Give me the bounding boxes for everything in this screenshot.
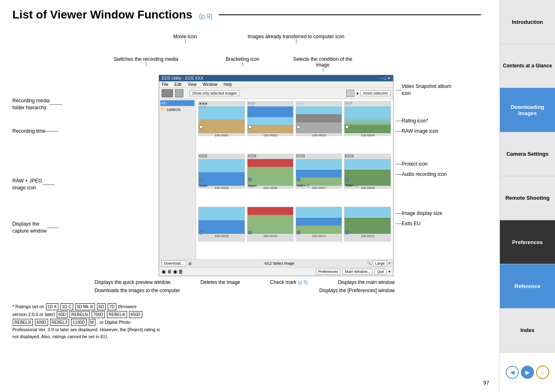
sidebar-item-downloading[interactable]: Downloading Images [500, 88, 555, 132]
thumb-11 [296, 207, 342, 234]
prev-button[interactable]: ◀ [506, 366, 519, 379]
thumb-7 [296, 159, 342, 186]
folder-icon [175, 89, 183, 97]
sidebar-item-index[interactable]: Index [500, 309, 555, 353]
large-button[interactable]: Large [373, 261, 387, 266]
raw-jpeg-icon-5: RAW≡ [199, 184, 208, 187]
movie-icon-label: Movie icon [173, 34, 197, 39]
images-grid: ▣▣▣○○○○ 100-0001 0711*○○○○ 100-0002 [196, 99, 393, 259]
window-menubar: File Edit View Window Help [159, 81, 393, 88]
badge-650d: 650D [129, 311, 142, 318]
status-right: 🔍 Large × [367, 261, 391, 266]
image-cell-10[interactable]: 100-0010 [247, 207, 294, 242]
main-diagram-row: Recording mediafolder hierarchy Recordin… [12, 75, 481, 276]
sidebar-item-introduction[interactable]: Introduction [500, 0, 555, 44]
image-display-size-label: Image display size [402, 210, 442, 216]
home-button[interactable]: ⌂ [536, 366, 549, 379]
badge-1dx: 1D X [46, 303, 58, 310]
window-toolbar: Show only selected images ▾ Invert selec… [159, 88, 393, 99]
main-window-btn[interactable]: Main Window... [342, 269, 372, 274]
checkbox-8 [345, 178, 349, 181]
sidebar-item-camera[interactable]: Camera Settings [500, 132, 555, 176]
next-button[interactable]: ▶ [521, 366, 534, 379]
window-body: All 📁 100EOS ▣▣▣○○○○ 100-000 [159, 99, 393, 259]
selects-condition-label: Selects the condition of the image [287, 56, 359, 68]
sidebar-item-contents[interactable]: Contents at a Glance [500, 44, 555, 88]
bottom-left-icons: ◉ 🖥 ◉ 🗑 [162, 269, 183, 274]
image-cell-11[interactable]: 100-0011 [296, 207, 342, 242]
image-cell-2[interactable]: 0711*○○○○ 100-0002 [247, 101, 294, 136]
invert-button[interactable]: Invert selection [361, 90, 391, 96]
image-cell-5[interactable]: RAW 100-0005 RAW≡ [198, 154, 245, 189]
preferences-btn[interactable]: Preferences [316, 269, 341, 274]
window-statusbar: Download... 🖨 6/12 Select Image 🔍 Large … [159, 259, 393, 267]
top-labels-row: Movie icon Images already transferred to… [95, 34, 395, 56]
quit-btn[interactable]: Quit [375, 269, 386, 274]
badge-6d: 6D [97, 303, 106, 310]
checkbox-4 [345, 125, 349, 129]
label-2: 100-0002 [247, 133, 293, 138]
recording-media-label: Recording mediafolder hierarchy [12, 97, 50, 111]
label-1: 100-0001 [199, 133, 244, 138]
window-titlebar: EOS Utility - EOS XXX ─ □ ✕ [159, 75, 393, 81]
rating-icon-label: Rating icon* [402, 118, 428, 124]
raw-icon-7: RAW [296, 154, 305, 157]
badge-60d: 60D [57, 311, 67, 318]
displays-quick-label: Displays the quick preview window [95, 279, 171, 285]
image-icons-4: 0117* [345, 102, 352, 105]
badge-rebel5i: REBEL5i [69, 311, 90, 318]
image-cell-12[interactable]: 100-0012 [344, 207, 391, 242]
sidebar-item-preferences[interactable]: Preferences [500, 220, 555, 264]
image-cell-8[interactable]: RAW 100-0008 RAW≡ 🎵 [344, 154, 391, 189]
right-annotations: Video Snapshot albumicon Rating icon* RA… [398, 75, 481, 276]
thumb-5 [199, 159, 244, 186]
badge-1100d: 1100D [71, 319, 86, 326]
second-labels-row: Switches the recording media Bracketing … [95, 56, 395, 75]
label-11: 100-0011 [296, 234, 342, 238]
sidebar-nav: ◀ ▶ ⌂ [500, 353, 555, 392]
label-12: 100-0012 [345, 234, 390, 238]
image-cell-9[interactable]: 100-0009 [198, 207, 245, 242]
folder-item[interactable]: 📁 100EOS [160, 107, 194, 113]
audio-recording-label: Audio recording icon [402, 171, 446, 177]
thumb-10 [247, 207, 293, 234]
sidebar-item-reference[interactable]: Reference [500, 264, 555, 308]
badge-rebel4i: REBEL4i [107, 311, 127, 318]
mock-eos-window[interactable]: EOS Utility - EOS XXX ─ □ ✕ File Edit Vi… [159, 75, 393, 276]
image-cell-3[interactable]: ○○○○ 100-0003 [296, 101, 342, 136]
all-item[interactable]: All [160, 100, 194, 106]
thumb-2 [247, 106, 293, 133]
raw-icon-8: RAW [345, 154, 353, 157]
diagram-wrapper: Movie icon Images already transferred to… [12, 34, 481, 295]
switches-recording-label: Switches the recording media [113, 56, 178, 62]
thumb-4 [345, 106, 390, 133]
label-9: 100-0009 [199, 234, 244, 238]
window-bottombar: ◉ 🖥 ◉ 🗑 Preferences Main Window... Quit … [159, 267, 393, 276]
bottom-annotations: Displays the quick preview window Delete… [95, 278, 395, 295]
footnote-line-5: not displayed. Also, ratings cannot be s… [12, 333, 481, 340]
image-cell-6[interactable]: RAW 100-0006 RAW≡ [247, 154, 294, 189]
checkbox-6 [248, 178, 252, 181]
checkbox-5 [199, 178, 203, 181]
image-cell-1[interactable]: ▣▣▣○○○○ 100-0001 [198, 101, 245, 136]
label-3: 100-0003 [296, 133, 342, 138]
main-content: List of Viewer Window Functions (p.9) Mo… [0, 0, 493, 348]
displays-preferences-label: Displays the [Preferences] window [319, 288, 395, 293]
sidebar-item-remote[interactable]: Remote Shooting [500, 176, 555, 220]
image-cell-4[interactable]: 0117* 100-0004 [344, 101, 391, 136]
show-selected-button[interactable]: Show only selected images [190, 90, 239, 96]
page-number: 97 [483, 380, 489, 386]
image-icons-3: ○○○○ [296, 102, 303, 105]
badge-1dc: 1D C [60, 303, 73, 310]
checkbox-12 [345, 231, 349, 234]
checkbox-9 [199, 231, 203, 234]
badge-600d: 600D [35, 319, 48, 326]
badge-rebel3: REBEL3 [50, 319, 69, 326]
left-annotations: Recording mediafolder hierarchy Recordin… [12, 75, 76, 276]
download-button[interactable]: Download... [162, 261, 186, 266]
raw-icon-5: RAW [199, 154, 207, 157]
status-left: Download... 🖨 [162, 261, 192, 266]
badge-7d: 7D [108, 303, 116, 310]
bottom-row-2: Downloads the images to the computer Dis… [95, 286, 395, 295]
image-cell-7[interactable]: RAW 100-0007 RAW≡ 🎵 [296, 154, 342, 189]
